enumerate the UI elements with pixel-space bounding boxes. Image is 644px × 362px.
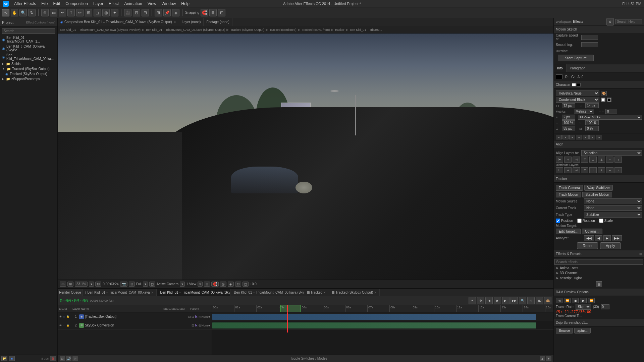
- track-bar-2[interactable]: [212, 322, 536, 328]
- analyze-next-btn[interactable]: ▶: [603, 235, 611, 241]
- vc-snap[interactable]: 🧲: [211, 282, 219, 287]
- dojo-aptur-btn[interactable]: aptur...: [574, 328, 591, 334]
- align-left-edge-btn[interactable]: ⊢: [556, 157, 563, 163]
- track-bar-1[interactable]: [212, 314, 536, 320]
- tl-3d[interactable]: 3D: [536, 297, 543, 304]
- trash-btn[interactable]: 🗑: [50, 356, 56, 361]
- tool-brush[interactable]: ✏: [76, 9, 84, 16]
- tracking-input[interactable]: [605, 109, 617, 114]
- menu-composition[interactable]: Composition: [63, 1, 91, 6]
- reset-btn[interactable]: Reset: [577, 242, 598, 249]
- bc-item-4[interactable]: Tracked (cam1-front): [302, 28, 330, 32]
- menu-view[interactable]: View: [145, 1, 159, 6]
- tool-snap3[interactable]: ⊡: [218, 9, 225, 16]
- bb-icon-2[interactable]: 🔊: [66, 356, 71, 361]
- dojo-browse-btn[interactable]: Browse: [556, 328, 573, 334]
- tab-footage[interactable]: Footage (none): [204, 18, 232, 26]
- work-area-bar[interactable]: [280, 305, 301, 312]
- effects-search-input[interactable]: [554, 259, 643, 265]
- tool-cam-orbit[interactable]: 🎥: [124, 9, 131, 16]
- vc-alpha[interactable]: ◻: [149, 282, 155, 287]
- frame-rate-val2-input[interactable]: [601, 304, 609, 309]
- layer-1-parent-dropdown[interactable]: ▾: [209, 315, 210, 318]
- track-motion-btn[interactable]: Track Motion: [556, 192, 581, 197]
- tl-motion-blur[interactable]: ◎: [527, 297, 535, 304]
- dist-bottom-btn[interactable]: ⊥: [598, 167, 605, 173]
- font-color-btn[interactable]: 🎨: [601, 91, 607, 96]
- layer-1-video[interactable]: ▭: [63, 315, 65, 318]
- layer-1-sw1[interactable]: ⊡: [188, 315, 191, 318]
- dist-v-center-btn[interactable]: ⊥: [589, 167, 597, 173]
- effects-item-1[interactable]: ▶ 3D Channel: [554, 270, 643, 276]
- tool-rotate[interactable]: ↻: [28, 9, 36, 16]
- menu-file[interactable]: File: [39, 1, 50, 6]
- metrics-select[interactable]: Metrics: [574, 109, 594, 114]
- align-top-edge-btn[interactable]: ⊤: [581, 157, 588, 163]
- analyze-first-btn[interactable]: ◀◀: [584, 235, 594, 241]
- bb-icon-3[interactable]: ◎: [72, 356, 78, 361]
- edit-target-btn[interactable]: Edit Target...: [556, 229, 581, 234]
- tl-tab-0[interactable]: Ben Klid_01 – TricarMount_CAM_00.kava ✕: [83, 289, 157, 296]
- vc-roi[interactable]: ⊟: [129, 282, 135, 287]
- rotation-checkbox[interactable]: [577, 219, 582, 223]
- tab-close-0[interactable]: ✕: [173, 20, 176, 24]
- layer-2-eye[interactable]: 👁: [59, 324, 62, 327]
- frame-rate-select[interactable]: Skip: [576, 304, 591, 310]
- tool-hand[interactable]: ✋: [11, 9, 18, 16]
- layer-row-2[interactable]: 👁 ▭ 🔒 2 ⊞ SkyBox Conversion ⊡ fx ◎ None: [58, 321, 212, 330]
- fill-stroke-select[interactable]: Fill Over Stroke: [578, 115, 642, 120]
- tl-search[interactable]: 🔍: [519, 297, 526, 304]
- dist-h-center-btn[interactable]: ⊣: [564, 167, 572, 173]
- kern-input[interactable]: [585, 103, 599, 108]
- bc-item-0[interactable]: Ben Klid_01 – TricarMount_CAM_00.kava (S…: [60, 28, 141, 32]
- tool-zoom[interactable]: 🔍: [19, 9, 27, 16]
- project-item-zsupport[interactable]: ▶ 📁 zSupportPrecomps: [0, 76, 57, 81]
- tab-info[interactable]: Info: [554, 64, 567, 72]
- layer-2-lock[interactable]: 🔒: [66, 324, 69, 327]
- effects-item-0[interactable]: ▶ Anima...sets: [554, 265, 643, 270]
- effects-item-2[interactable]: ▶ aescript...ugins: [554, 276, 643, 281]
- tl-ram-preview[interactable]: ▶▶: [511, 297, 518, 304]
- dist-right-btn[interactable]: ⊣: [573, 167, 580, 173]
- project-item-1[interactable]: ◉ Ben Kild_t_CAM_00.kava (SkyBo...: [0, 44, 57, 53]
- track-playhead[interactable]: [287, 312, 288, 333]
- tab-layer[interactable]: Layer (none): [179, 18, 204, 26]
- stroke-input[interactable]: [562, 115, 575, 120]
- bb-icon-r1[interactable]: ▲: [540, 356, 545, 361]
- project-item-2[interactable]: ◉ Ben Klid_TricarMount_CAM_00.ka...: [0, 53, 57, 61]
- font-style-select[interactable]: Condensed Black: [556, 97, 599, 103]
- tl-play-prev[interactable]: ◀: [485, 297, 493, 304]
- vc-zoom-dropdown[interactable]: ▾: [89, 282, 94, 287]
- layer-2-sw1[interactable]: ⊡: [192, 324, 194, 327]
- bc-item-5[interactable]: tracker: [335, 28, 344, 32]
- bb-icon-r2[interactable]: ▼: [546, 356, 551, 361]
- hscale-input[interactable]: [562, 120, 575, 125]
- tab-paragraph[interactable]: Paragraph: [567, 64, 589, 72]
- tsume-input[interactable]: [585, 126, 599, 131]
- layer-1-eye[interactable]: 👁: [59, 315, 62, 318]
- position-checkbox[interactable]: [556, 219, 560, 223]
- tl-tab-1[interactable]: Ben Klid_01 – TricarMount_CAM_00.kava (S…: [157, 289, 230, 296]
- align-v-center-btn[interactable]: ⊥: [589, 157, 597, 163]
- vc-camera-dropdown[interactable]: ▾: [180, 282, 185, 287]
- tool-puppet[interactable]: ✦: [111, 9, 118, 16]
- layer-2-video[interactable]: ▭: [63, 324, 65, 327]
- tl-play-next[interactable]: ▶|: [502, 297, 509, 304]
- menu-aftereffects[interactable]: After Effects: [11, 1, 39, 6]
- tool-anchor[interactable]: ⊕: [41, 9, 49, 16]
- layer-2-fx[interactable]: fx: [195, 324, 197, 327]
- tab-composition[interactable]: ◉ Composition Ben Klid_01 – TricarMount_…: [58, 18, 179, 26]
- bc-item-6[interactable]: Ben Klid_01 – TricarM...: [350, 28, 382, 32]
- preview-prev-btn[interactable]: ⏪: [564, 298, 571, 303]
- track-type-select[interactable]: Stabilize: [584, 212, 642, 218]
- vc-thumbnail[interactable]: ▭: [60, 282, 66, 287]
- vc-guides[interactable]: ⊡: [235, 282, 241, 287]
- new-folder-btn[interactable]: 📁: [1, 356, 7, 361]
- timeline-timecode[interactable]: 0:00:03:06: [60, 298, 88, 303]
- apply-btn[interactable]: Apply: [600, 242, 621, 249]
- vc-frame-forward[interactable]: ⊞: [67, 282, 73, 287]
- toggle-switches-label[interactable]: Toggle Switches / Modes: [78, 357, 540, 360]
- tl-shy[interactable]: 🙈: [544, 297, 551, 304]
- analyze-prev-btn[interactable]: ◀: [595, 235, 602, 241]
- menu-layer[interactable]: Layer: [91, 1, 106, 6]
